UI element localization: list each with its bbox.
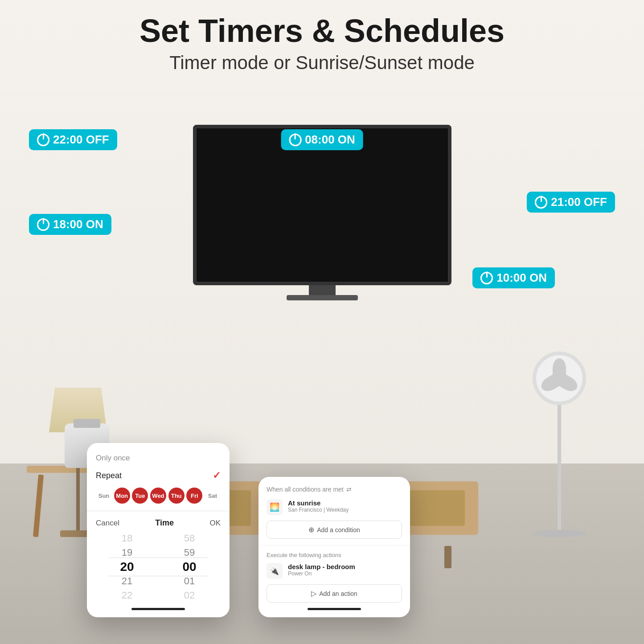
badge-text-21off: 21:00 OFF [551, 195, 607, 209]
header: Set Timers & Schedules Timer mode or Sun… [0, 13, 644, 74]
days-row: Sun Mon Tue Wed Thu Fri Sat [96, 488, 221, 504]
fan-head [533, 352, 586, 405]
picker-hour-19: 19 [96, 546, 158, 560]
badge-text-18on: 18:00 ON [53, 217, 103, 231]
condition-text: At sunrise San Francisco | Weekday [288, 499, 402, 513]
picker-hour-20: 20 [96, 560, 158, 574]
timer-badge-22off: 22:00 OFF [29, 129, 117, 150]
action-text: desk lamp - bedroom Power On [288, 563, 402, 577]
picker-hour-18: 18 [96, 531, 158, 546]
condition-name: At sunrise [288, 499, 402, 507]
picker-title: Time [155, 518, 174, 528]
fan [533, 352, 586, 537]
plug-icon: 🔌 [270, 567, 279, 575]
day-sat[interactable]: Sat [205, 488, 221, 504]
phone-home-bar-sunrise [308, 608, 361, 610]
timer-badge-10on: 10:00 ON [472, 267, 555, 288]
checkmark-icon: ✓ [213, 470, 221, 481]
conditions-label: When all conditions are met [267, 486, 344, 493]
timer-badge-08on: 08:00 ON [281, 129, 363, 150]
page-title: Set Timers & Schedules [0, 13, 644, 49]
sunrise-icon-box: 🌅 [267, 499, 283, 515]
picker-header: Cancel Time OK [96, 518, 221, 528]
picker-ok-button[interactable]: OK [209, 519, 221, 528]
picker-cancel-button[interactable]: Cancel [96, 519, 119, 528]
action-name: desk lamp - bedroom [288, 563, 402, 570]
power-icon-18on [37, 218, 49, 231]
add-condition-label: Add a condition [317, 526, 360, 533]
fan-pole [558, 405, 561, 530]
power-icon-22off [37, 134, 49, 146]
picker-hour-22: 22 [96, 588, 158, 603]
day-wed[interactable]: Wed [150, 488, 166, 504]
tv-base [287, 295, 358, 300]
picker-min-59: 59 [158, 546, 221, 560]
badge-text-22off: 22:00 OFF [53, 133, 109, 147]
side-table-leg-left [33, 475, 44, 537]
conditions-header: When all conditions are met ⇄ [267, 486, 402, 493]
phone-sunrise-screen: When all conditions are met ⇄ 🌅 At sunri… [258, 477, 410, 617]
phone-home-bar-timer [131, 608, 185, 610]
power-icon-08on [289, 134, 301, 146]
action-icon-box: 🔌 [267, 563, 283, 579]
day-tue[interactable]: Tue [132, 488, 148, 504]
picker-minute-col[interactable]: 58 59 00 01 02 Minute [158, 531, 221, 603]
day-sun[interactable]: Sun [96, 488, 112, 504]
add-condition-button[interactable]: ⊕ Add a condition [267, 521, 402, 539]
repeat-label: Repeat [96, 471, 122, 480]
picker-min-01: 01 [158, 574, 221, 588]
add-action-button[interactable]: ▷ Add an action [267, 584, 402, 603]
badge-text-08on: 08:00 ON [305, 133, 355, 147]
day-mon[interactable]: Mon [114, 488, 130, 504]
phone-timer-screen: Only once Repeat ✓ Sun Mon Tue Wed Thu F… [87, 443, 230, 617]
badge-text-10on: 10:00 ON [496, 271, 547, 285]
cabinet-leg-right [444, 546, 451, 568]
timer-badge-21off: 21:00 OFF [527, 192, 615, 213]
page-subtitle: Timer mode or Sunrise/Sunset mode [0, 52, 644, 74]
day-fri[interactable]: Fri [186, 488, 202, 504]
action-item-lamp[interactable]: 🔌 desk lamp - bedroom Power On [267, 563, 402, 579]
fan-base [533, 530, 586, 537]
picker-min-00: 00 [158, 560, 221, 574]
condition-item-sunrise[interactable]: 🌅 At sunrise San Francisco | Weekday [267, 499, 402, 515]
power-icon-10on [480, 272, 493, 284]
picker-min-02: 02 [158, 588, 221, 603]
picker-divider [87, 511, 230, 511]
add-action-label: Add an action [319, 590, 357, 597]
action-sub: Power On [288, 570, 402, 577]
picker-hour-col[interactable]: 18 19 20 21 22 Hour [96, 531, 158, 603]
picker-min-58: 58 [158, 531, 221, 546]
only-once-label: Only once [96, 454, 221, 463]
sync-icon: ⇄ [346, 486, 352, 493]
execute-label: Execute the following actions [267, 552, 402, 558]
section-divider [258, 545, 410, 546]
timer-badge-18on: 18:00 ON [29, 214, 111, 235]
condition-sub: San Francisco | Weekday [288, 507, 402, 513]
sunrise-icon: 🌅 [270, 502, 279, 512]
power-icon-21off [535, 196, 547, 209]
add-action-icon: ▷ [311, 589, 316, 598]
humidifier-top [74, 419, 100, 428]
add-condition-icon: ⊕ [308, 525, 314, 534]
day-thu[interactable]: Thu [168, 488, 185, 504]
repeat-row: Repeat ✓ [96, 470, 221, 481]
picker-columns: 18 19 20 21 22 Hour 58 59 00 01 02 Minut… [96, 531, 221, 603]
picker-hour-21: 21 [96, 574, 158, 588]
